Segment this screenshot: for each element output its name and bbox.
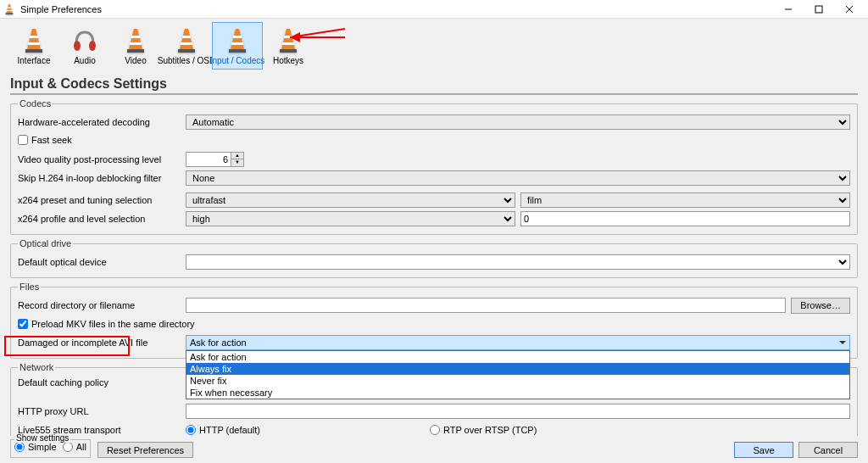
maximize-button[interactable] [804,0,834,19]
tab-subtitles[interactable]: Subtitles / OSD [161,22,212,70]
x264-tune-select[interactable]: film [520,192,850,208]
minimize-button[interactable] [773,0,804,19]
files-group: Files Record directory or filename Brows… [10,282,858,359]
spin-down-icon[interactable]: ▼ [231,159,243,166]
svg-rect-8 [28,42,40,45]
codecs-legend: Codecs [18,98,53,109]
svg-rect-15 [182,36,191,38]
svg-rect-23 [280,49,297,53]
svg-rect-17 [178,49,195,53]
codecs-group: Codecs Hardware-accelerated decoding Aut… [10,98,858,235]
tab-video[interactable]: Video [110,22,161,70]
x264-preset-select[interactable]: ultrafast [186,192,515,208]
tab-audio[interactable]: Audio [59,22,110,70]
dropdown-option[interactable]: Always fix [186,363,849,375]
avi-fix-select[interactable]: Ask for action [186,335,850,350]
svg-rect-19 [231,42,243,45]
fast-seek-checkbox[interactable]: Fast seek [18,135,72,145]
reset-button[interactable]: Reset Preferences [97,442,193,458]
skip-deblock-label: Skip H.264 in-loop deblocking filter [18,173,186,183]
vlc-icon [3,3,15,15]
files-legend: Files [18,282,41,292]
preload-mkv-checkbox[interactable]: Preload MKV files in the same directory [18,319,195,329]
http-radio[interactable]: HTTP (default) [186,425,260,435]
svg-rect-1 [7,9,12,10]
record-dir-input[interactable] [186,298,786,313]
svg-rect-16 [181,42,192,45]
tab-label: Interface [18,56,51,65]
svg-rect-13 [130,42,142,45]
vqpp-spin[interactable]: ▲▼ [186,152,245,167]
tab-hotkeys[interactable]: Hotkeys [263,22,314,70]
divider [10,93,858,95]
cone-icon [173,27,200,54]
tab-label: Input / Codecs [210,56,264,65]
tab-label: Video [125,56,146,65]
cone-icon [275,27,302,54]
svg-rect-14 [127,49,144,53]
tab-label: Audio [74,56,96,65]
svg-rect-4 [815,6,822,13]
content-area: Codecs Hardware-accelerated decoding Aut… [0,98,868,446]
svg-rect-22 [282,42,294,45]
svg-rect-7 [30,36,38,38]
caching-label: Default caching policy [18,377,186,388]
dropdown-option[interactable]: Fix when necessary [186,387,849,399]
hw-decode-select[interactable]: Automatic [186,114,850,130]
record-dir-label: Record directory or filename [18,300,186,310]
tab-label: Subtitles / OSD [158,56,215,65]
vqpp-label: Video quality post-processing level [18,154,186,165]
cone-icon [20,27,47,54]
dropdown-option[interactable]: Ask for action [186,351,849,363]
spin-up-icon[interactable]: ▲ [231,153,243,159]
svg-point-10 [74,41,81,51]
svg-rect-12 [131,36,140,38]
simple-radio[interactable]: Simple [14,442,57,452]
page-title: Input & Codecs Settings [0,71,868,93]
cone-icon [122,27,149,54]
x264-level-input[interactable] [520,211,850,226]
tab-interface[interactable]: Interface [8,22,59,70]
svg-rect-20 [229,49,246,53]
avi-fix-dropdown: Ask for action Always fix Never fix Fix … [186,350,850,399]
headphones-icon [71,27,98,54]
tab-input-codecs[interactable]: Input / Codecs [212,22,263,70]
all-radio[interactable]: All [63,442,86,452]
cancel-button[interactable]: Cancel [798,442,858,458]
network-legend: Network [18,362,55,372]
bottom-bar: Show settings Simple All Reset Preferenc… [0,436,868,463]
cone-icon [224,27,251,54]
optical-legend: Optical drive [18,238,73,248]
optical-default-select[interactable] [186,254,850,270]
skip-deblock-select[interactable]: None [186,170,850,186]
window-title: Simple Preferences [20,4,773,14]
proxy-label: HTTP proxy URL [18,406,186,416]
dropdown-option[interactable]: Never fix [186,375,849,387]
svg-point-11 [89,41,96,51]
tab-label: Hotkeys [273,56,303,65]
svg-rect-9 [25,49,42,53]
show-settings-label: Show settings [14,433,70,443]
show-settings-group: Show settings Simple All [10,439,91,458]
svg-rect-21 [284,36,292,38]
svg-rect-2 [6,13,14,14]
optical-default-label: Default optical device [18,257,186,267]
hw-decode-label: Hardware-accelerated decoding [18,117,186,127]
close-button[interactable] [834,0,865,19]
avi-fix-label: Damaged or incomplete AVI file [18,337,186,348]
x264-profile-label: x264 profile and level selection [18,214,186,224]
browse-button[interactable]: Browse… [791,298,850,314]
proxy-input[interactable] [186,404,850,419]
titlebar: Simple Preferences [0,0,868,19]
x264-profile-select[interactable]: high [186,211,515,226]
svg-rect-0 [8,7,11,8]
svg-rect-18 [233,36,242,38]
rtp-radio[interactable]: RTP over RTSP (TCP) [430,425,537,435]
optical-group: Optical drive Default optical device [10,238,858,278]
save-button[interactable]: Save [734,442,793,458]
tab-strip: Interface Audio Video Subtitles / OSD In… [0,19,868,71]
x264-preset-label: x264 preset and tuning selection [18,195,186,205]
